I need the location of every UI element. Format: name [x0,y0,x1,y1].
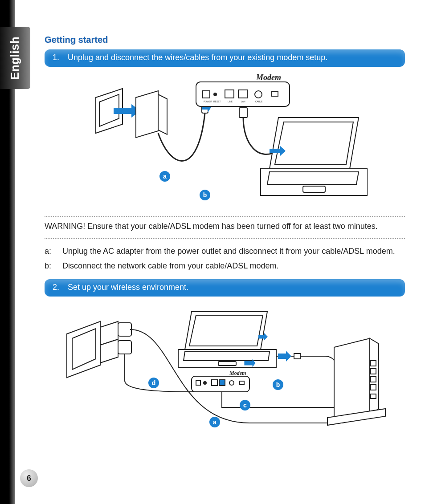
svg-rect-19 [239,108,247,118]
diagram2-label-a: a [209,417,220,427]
svg-rect-8 [203,91,210,98]
svg-rect-11 [238,90,247,98]
svg-point-9 [214,93,217,96]
svg-marker-3 [136,91,158,138]
explain-a-row: a: Unplug the AC adapter from the power … [45,246,405,256]
svg-point-12 [255,91,262,98]
dotted-separator-bottom [45,238,405,239]
svg-marker-38 [278,351,291,362]
page-number: 6 [20,469,38,487]
svg-text:CABLE: CABLE [255,100,263,103]
svg-rect-31 [118,341,131,354]
explain-b-key: b: [45,260,54,271]
svg-text:LAN: LAN [241,100,245,103]
svg-marker-48 [334,338,370,421]
svg-rect-40 [196,381,200,385]
step-2-bar: 2. Set up your wireless environment. [45,279,405,297]
step-2-text: Set up your wireless environment. [68,283,188,292]
step1-explanations: a: Unplug the AC adapter from the power … [45,246,405,271]
svg-rect-52 [371,369,376,374]
diagram-1-svg: Modem POWER RESET LINE LAN CABLE [82,73,368,207]
diagram-2: Modem d b c a [45,303,405,436]
svg-marker-35 [184,352,270,361]
explain-a-text: Unplug the AC adapter from the power out… [62,246,395,256]
modem-label-1: Modem [256,73,281,82]
explain-b-text: Disconnect the network cable from your c… [62,260,279,271]
diagram1-label-a: a [159,171,170,182]
svg-marker-4 [158,94,167,134]
svg-rect-10 [225,90,234,98]
step-1-text: Unplug and disconnect the wires/cables f… [68,53,327,62]
svg-rect-37 [294,354,300,359]
svg-text:LINE: LINE [228,100,233,103]
diagram-2-svg: Modem [58,303,392,432]
diagram-1: Modem POWER RESET LINE LAN CABLE [45,73,405,211]
diagram2-label-b: b [273,379,283,390]
language-label: English [8,36,22,79]
svg-rect-51 [371,361,376,366]
svg-marker-33 [189,315,263,346]
svg-rect-55 [371,394,376,398]
svg-rect-54 [371,385,376,390]
explain-b-row: b: Disconnect the network cable from you… [45,260,405,271]
diagram2-label-d: d [148,378,159,388]
step-1-number: 1. [53,53,62,62]
svg-rect-42 [212,380,217,386]
page-content: Getting started 1. Unplug and disconnect… [45,35,405,442]
svg-rect-53 [371,377,376,382]
language-tab: English [0,27,30,89]
svg-point-44 [229,381,234,385]
svg-rect-43 [219,380,225,386]
warning-text: WARNING! Ensure that your cable/ADSL mod… [45,220,405,234]
svg-point-41 [204,382,206,384]
section-title: Getting started [45,35,405,45]
svg-rect-30 [118,323,131,336]
svg-text:RESET: RESET [213,100,221,103]
svg-rect-13 [272,92,278,96]
svg-text:POWER: POWER [204,100,212,103]
diagram2-label-c: c [240,400,250,411]
svg-marker-23 [267,172,359,184]
svg-rect-36 [218,362,236,366]
svg-rect-24 [303,186,325,192]
dotted-separator-top [45,216,405,217]
step-2-number: 2. [53,283,62,292]
svg-rect-45 [240,381,244,385]
svg-text:Modem: Modem [229,370,246,376]
explain-a-key: a: [45,246,54,256]
svg-marker-21 [275,122,353,164]
step-1-bar: 1. Unplug and disconnect the wires/cable… [45,49,405,67]
diagram1-label-b: b [200,190,210,200]
